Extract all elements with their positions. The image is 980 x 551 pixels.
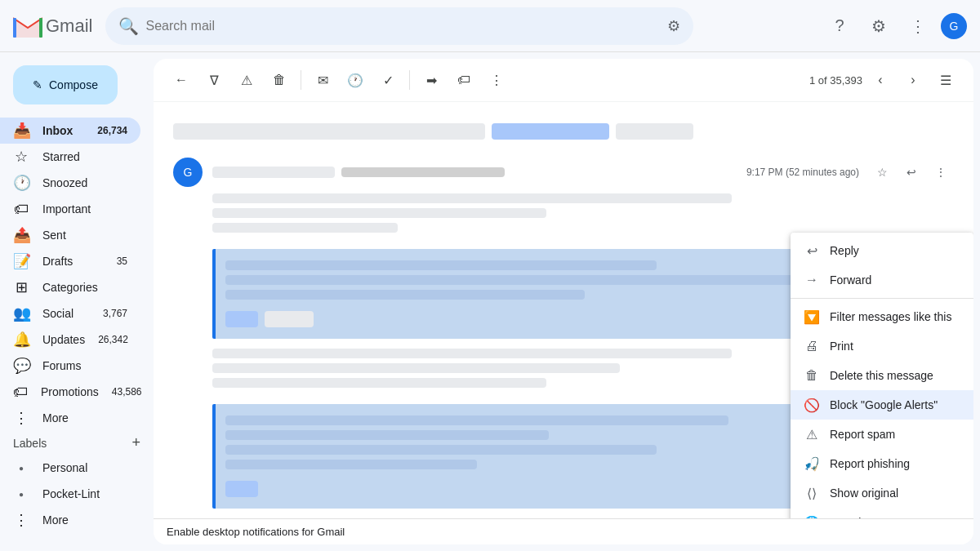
more-email-options-button[interactable]: ⋮ — [928, 159, 954, 185]
menu-item-report-phishing[interactable]: 🎣Report phishing — [791, 449, 973, 478]
highlight-line-1 — [225, 260, 657, 270]
social-label: Social — [42, 307, 74, 320]
sidebar-item-forums[interactable]: 💬Forums — [0, 353, 140, 379]
prev-email-button[interactable]: ‹ — [866, 65, 895, 95]
labels-button[interactable]: 🏷 — [449, 65, 479, 95]
sent-icon: 📤 — [13, 226, 29, 244]
categories-icon: ⊞ — [13, 278, 29, 296]
reply-button[interactable]: ↩ — [898, 159, 924, 185]
report-phishing-icon: 🎣 — [804, 455, 820, 472]
sidebar-item-important[interactable]: 🏷Important — [0, 196, 140, 222]
toolbar-divider — [301, 70, 301, 90]
gmail-logo-text: Gmail — [46, 16, 92, 37]
apps-button[interactable]: ⋮ — [902, 10, 934, 42]
sidebar-item-promotions[interactable]: 🏷Promotions43,586 — [0, 379, 140, 405]
snoozed-icon: 🕐 — [13, 174, 29, 192]
body2-line-3 — [212, 378, 546, 388]
next-email-button[interactable]: › — [898, 65, 928, 95]
sidebar-item-more[interactable]: ⋮ More — [0, 405, 140, 431]
email-toolbar: ← ∇ ⚠ 🗑 ✉ 🕐 ✓ ➡ 🏷 ⋮ 1 of 35,393 ‹ › ☰ — [154, 59, 973, 102]
email-content: G 9:17 PM (52 minutes ago) ☆ ↩ ⋮ — [154, 102, 973, 518]
add-label-icon[interactable]: + — [131, 434, 140, 451]
sidebar-item-sent[interactable]: 📤Sent — [0, 222, 140, 248]
label-item-personal[interactable]: ●Personal — [0, 455, 140, 481]
sidebar-item-updates[interactable]: 🔔Updates26,342 — [0, 327, 140, 353]
sidebar-item-social[interactable]: 👥Social3,767 — [0, 300, 140, 327]
menu-item-show-original[interactable]: ⟨⟩Show original — [791, 478, 973, 508]
labels-title: Labels — [13, 437, 47, 450]
email-subject-blur — [173, 123, 485, 140]
sidebar-item-more-bottom[interactable]: ⋮More — [0, 507, 140, 533]
account-avatar[interactable]: G — [941, 13, 967, 39]
toolbar-divider-2 — [409, 70, 410, 90]
report-spam-icon: ⚠ — [804, 426, 820, 442]
delete-button[interactable]: 🗑 — [265, 65, 294, 95]
search-icon[interactable]: 🔍 — [118, 16, 139, 36]
compose-button[interactable]: ✎ Compose — [13, 65, 118, 104]
menu-item-reply[interactable]: ↩Reply — [791, 236, 973, 265]
highlight2-line-1 — [225, 415, 728, 425]
reply-icon: ↩ — [804, 242, 820, 259]
gmail-logo-icon — [13, 15, 42, 38]
sidebar-item-inbox[interactable]: 📥Inbox26,734 — [0, 118, 140, 144]
star-button[interactable]: ☆ — [869, 159, 895, 185]
top-bar: Gmail 🔍 ⚙ ? ⚙ ⋮ G — [0, 0, 980, 52]
personal-color-icon: ● — [13, 464, 29, 473]
sidebar: ✎ Compose 📥Inbox26,734☆Starred🕐Snoozed🏷I… — [0, 52, 154, 551]
sent-label: Sent — [42, 229, 66, 242]
sidebar-item-starred[interactable]: ☆Starred — [0, 144, 140, 170]
body-line-1 — [212, 193, 732, 203]
forums-label: Forums — [42, 359, 81, 372]
report-spam-button[interactable]: ⚠ — [232, 65, 261, 95]
sender-avatar: G — [173, 158, 203, 187]
advanced-search-icon[interactable]: ⚙ — [667, 17, 680, 35]
menu-item-print[interactable]: 🖨Print — [791, 331, 973, 361]
sidebar-item-snoozed[interactable]: 🕐Snoozed — [0, 170, 140, 196]
menu-item-report-spam[interactable]: ⚠Report spam — [791, 420, 973, 449]
body-line-3 — [212, 223, 398, 233]
snooze-button[interactable]: 🕐 — [341, 65, 370, 95]
highlight2-line-3 — [225, 445, 657, 455]
sidebar-item-drafts[interactable]: 📝Drafts35 — [0, 248, 140, 274]
translate-label: Translate message — [830, 516, 927, 518]
translate-icon: 🌐 — [804, 514, 820, 518]
email-subject-row — [173, 118, 954, 144]
more-options-button[interactable]: ⋮ — [482, 65, 511, 95]
gmail-logo: Gmail — [13, 15, 92, 38]
filter-icon: 🔽 — [804, 309, 820, 325]
label-item-pocket-lint[interactable]: ●Pocket-Lint — [0, 481, 140, 507]
sidebar-item-categories[interactable]: ⊞Categories — [0, 274, 140, 300]
menu-item-translate[interactable]: 🌐Translate message — [791, 508, 973, 518]
important-label: Important — [42, 202, 91, 216]
archive-button[interactable]: ∇ — [199, 65, 229, 95]
print-icon: 🖨 — [804, 338, 820, 354]
forward-label: Forward — [830, 273, 871, 287]
menu-item-block[interactable]: 🚫Block "Google Alerts" — [791, 390, 973, 420]
starred-label: Starred — [42, 150, 80, 163]
updates-icon: 🔔 — [13, 331, 29, 349]
help-button[interactable]: ? — [823, 10, 856, 42]
inbox-icon: 📥 — [13, 122, 29, 140]
split-view-button[interactable]: ☰ — [931, 65, 960, 95]
menu-item-delete[interactable]: 🗑Delete this message — [791, 361, 973, 390]
email-section-1 — [212, 193, 954, 233]
pocket-lint-label: Pocket-Lint — [42, 487, 100, 500]
show-original-label: Show original — [830, 487, 898, 500]
search-input[interactable] — [145, 19, 661, 33]
add-tasks-button[interactable]: ✓ — [373, 65, 403, 95]
back-button[interactable]: ← — [167, 65, 196, 95]
email-label-blur — [492, 123, 608, 140]
move-button[interactable]: ➡ — [416, 65, 446, 95]
menu-divider-divider1 — [791, 298, 973, 299]
sender-name-blur — [212, 167, 335, 178]
menu-item-forward[interactable]: →Forward — [791, 265, 973, 295]
mark-unread-button[interactable]: ✉ — [308, 65, 337, 95]
more-bottom-label: More — [42, 513, 69, 527]
updates-count: 26,342 — [98, 334, 128, 345]
filter-label: Filter messages like this — [830, 310, 951, 323]
menu-item-filter[interactable]: 🔽Filter messages like this — [791, 302, 973, 331]
block-label: Block "Google Alerts" — [830, 398, 938, 411]
email-count-display: 1 of 35,393 ‹ › ☰ — [809, 65, 960, 95]
settings-button[interactable]: ⚙ — [862, 10, 895, 42]
sender-email-blur — [341, 167, 505, 177]
